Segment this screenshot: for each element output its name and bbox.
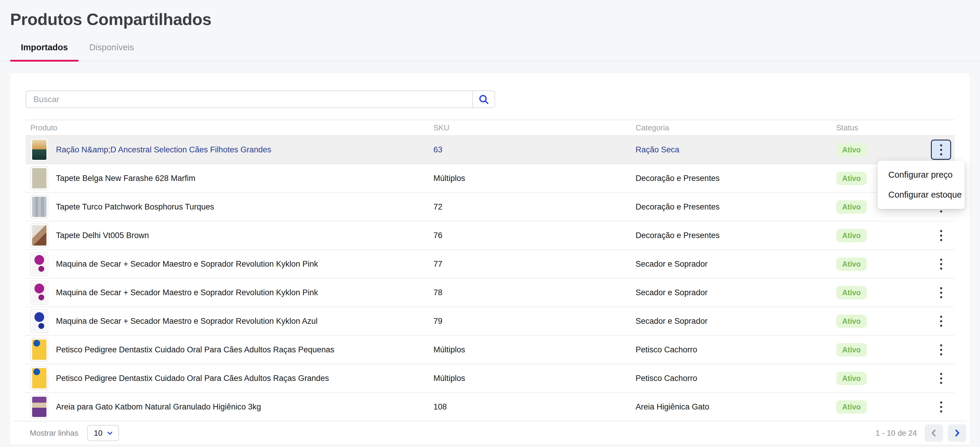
product-thumbnail-rug-gray-patchwork [30,195,48,219]
product-name: Tapete Delhi Vt005 Brown [56,231,149,240]
product-name: Petisco Pedigree Dentastix Cuidado Oral … [56,374,329,383]
status-cell: Ativo [832,229,923,242]
product-thumbnail-dog-treat-yellow-pack [30,366,48,390]
search-icon [478,94,490,105]
sku-cell: Múltiplos [429,174,631,183]
category-cell: Ração Seca [631,145,832,154]
status-cell: Ativo [832,343,923,356]
status-cell: Ativo [832,143,923,156]
product-cell: Maquina de Secar + Secador Maestro e Sop… [25,281,429,304]
table-body: Ração N&amp;D Ancestral Selection Cães F… [25,135,955,421]
table-row: Ração N&amp;D Ancestral Selection Cães F… [25,135,955,164]
status-badge: Ativo [836,372,867,385]
row-actions-kebab-button[interactable] [931,140,951,160]
column-header-categoria: Categoria [631,123,832,132]
category-cell: Petisco Cachorro [631,374,832,383]
kebab-icon [940,316,942,327]
status-badge: Ativo [836,200,867,214]
pagination-range: 1 - 10 de 24 [875,428,917,438]
product-thumbnail-rug-beige [30,166,48,190]
row-actions-kebab-button[interactable] [931,311,951,331]
column-header-sku: SKU [429,123,631,132]
chevron-right-icon [952,428,962,438]
product-name: Tapete Belga New Farashe 628 Marfim [56,174,195,183]
table-row: Petisco Pedigree Dentastix Cuidado Oral … [25,364,955,392]
sku-cell: 72 [429,202,631,212]
products-table: Produto SKU Categoria Status Ração N&amp… [25,119,955,445]
rows-per-page-label: Mostrar linhas [30,428,78,438]
menu-item-configurar-estoque[interactable]: Configurar estoque [878,185,964,205]
products-card: Produto SKU Categoria Status Ração N&amp… [10,73,970,445]
tab-bar: ImportadosDisponíveis [0,43,980,61]
status-badge: Ativo [836,343,867,356]
search-input[interactable] [26,91,473,107]
status-cell: Ativo [832,286,923,299]
category-cell: Decoração e Presentes [631,174,832,183]
product-cell: Areia para Gato Katbom Natural Granulado… [25,395,429,419]
product-cell: Petisco Pedigree Dentastix Cuidado Oral … [25,338,429,361]
row-actions-kebab-button[interactable] [931,254,951,274]
row-actions-kebab-button[interactable] [931,225,951,245]
product-name: Maquina de Secar + Secador Maestro e Sop… [56,317,318,326]
status-badge: Ativo [836,315,867,328]
kebab-icon [940,344,942,355]
product-cell: Maquina de Secar + Secador Maestro e Sop… [25,309,429,333]
kebab-icon [940,401,942,412]
table-row: Tapete Turco Patchwork Bosphorus Turques… [25,192,955,221]
actions-cell [923,340,955,360]
product-name: Areia para Gato Katbom Natural Granulado… [56,402,261,412]
product-cell: Ração N&amp;D Ancestral Selection Cães F… [25,138,429,162]
actions-cell [923,368,955,388]
sku-cell: Múltiplos [429,345,631,355]
kebab-icon [940,259,942,270]
chevron-down-icon [106,429,114,437]
column-header-produto: Produto [25,123,429,132]
status-cell: Ativo [832,315,923,328]
status-cell: Ativo [832,372,923,385]
search-bar [25,91,495,108]
row-actions-kebab-button[interactable] [931,282,951,303]
actions-cell [923,140,955,160]
category-cell: Secador e Soprador [631,288,832,297]
tab-disponiveis[interactable]: Disponíveis [79,43,145,61]
row-actions-kebab-button[interactable] [931,368,951,388]
sku-cell: 108 [429,402,631,412]
status-badge: Ativo [836,172,867,185]
row-actions-kebab-button[interactable] [931,340,951,360]
table-row: Tapete Delhi Vt005 Brown76Decoração e Pr… [25,221,955,250]
actions-cell [923,397,955,417]
kebab-icon [940,373,942,384]
product-thumbnail-cat-litter-purple-pack [30,395,48,419]
category-cell: Areia Higiênica Gato [631,402,832,412]
status-badge: Ativo [836,258,867,271]
rows-per-page-select[interactable]: 10 [87,425,119,441]
row-actions-kebab-button[interactable] [931,397,951,417]
next-page-button[interactable] [948,425,966,442]
previous-page-button[interactable] [924,425,943,442]
table-row: Tapete Belga New Farashe 628 MarfimMúlti… [25,164,955,192]
status-cell: Ativo [832,258,923,271]
product-thumbnail-dog-treat-yellow-pack [30,338,48,361]
tab-importados[interactable]: Importados [10,43,79,61]
actions-cell [923,254,955,274]
category-cell: Secador e Soprador [631,317,832,326]
column-header-status: Status [832,123,923,132]
sku-cell: Múltiplos [429,374,631,383]
product-cell: Maquina de Secar + Secador Maestro e Sop… [25,252,429,276]
product-thumbnail-pet-food-bag-orange-teal [30,138,48,162]
kebab-icon [940,144,942,155]
page-title: Produtos Compartilhados [10,10,980,29]
rows-per-page-value: 10 [94,428,102,438]
product-thumbnail-dryer-machine-pink [30,281,48,304]
search-button[interactable] [473,91,495,107]
kebab-icon [940,230,942,241]
product-name: Tapete Turco Patchwork Bosphorus Turques [56,202,214,212]
status-badge: Ativo [836,286,867,299]
table-header: Produto SKU Categoria Status [25,119,955,135]
product-name: Petisco Pedigree Dentastix Cuidado Oral … [56,345,334,355]
table-row: Petisco Pedigree Dentastix Cuidado Oral … [25,335,955,364]
category-cell: Secador e Soprador [631,259,832,269]
status-cell: Ativo [832,400,923,414]
table-row: Maquina de Secar + Secador Maestro e Sop… [25,278,955,307]
menu-item-configurar-preco[interactable]: Configurar preço [878,165,964,185]
